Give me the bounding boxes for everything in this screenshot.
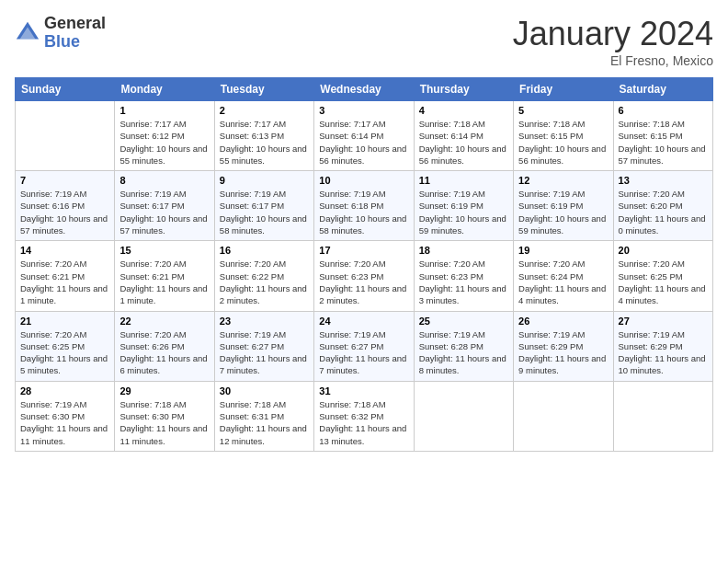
logo-icon bbox=[15, 20, 40, 46]
day-number: 9 bbox=[220, 175, 309, 186]
calendar-cell: 12Sunrise: 7:19 AMSunset: 6:19 PMDayligh… bbox=[514, 171, 613, 241]
day-number: 18 bbox=[419, 245, 508, 256]
day-number: 27 bbox=[619, 316, 708, 327]
day-number: 31 bbox=[319, 385, 408, 396]
day-info: Sunrise: 7:20 AMSunset: 6:23 PMDaylight:… bbox=[319, 258, 408, 306]
logo: General Blue bbox=[15, 15, 106, 52]
day-number: 15 bbox=[119, 245, 209, 256]
day-number: 29 bbox=[119, 385, 209, 396]
day-number: 4 bbox=[419, 105, 508, 116]
day-info: Sunrise: 7:19 AMSunset: 6:29 PMDaylight:… bbox=[619, 328, 708, 377]
day-info: Sunrise: 7:18 AMSunset: 6:15 PMDaylight:… bbox=[619, 118, 708, 167]
calendar-cell: 23Sunrise: 7:19 AMSunset: 6:27 PMDayligh… bbox=[214, 311, 313, 381]
title-block: January 2024 El Fresno, Mexico bbox=[513, 15, 713, 68]
day-info: Sunrise: 7:20 AMSunset: 6:20 PMDaylight:… bbox=[619, 188, 708, 236]
calendar-cell: 11Sunrise: 7:19 AMSunset: 6:19 PMDayligh… bbox=[414, 171, 513, 241]
day-number: 5 bbox=[518, 105, 608, 116]
day-info: Sunrise: 7:19 AMSunset: 6:27 PMDaylight:… bbox=[319, 328, 408, 377]
day-header-sunday: Sunday bbox=[16, 78, 115, 101]
day-info: Sunrise: 7:19 AMSunset: 6:19 PMDaylight:… bbox=[419, 188, 508, 236]
calendar-cell: 27Sunrise: 7:19 AMSunset: 6:29 PMDayligh… bbox=[613, 311, 712, 381]
day-info: Sunrise: 7:19 AMSunset: 6:29 PMDaylight:… bbox=[518, 328, 608, 377]
calendar-cell: 8Sunrise: 7:19 AMSunset: 6:17 PMDaylight… bbox=[115, 171, 214, 241]
calendar-week-row: 1Sunrise: 7:17 AMSunset: 6:12 PMDaylight… bbox=[16, 101, 713, 171]
day-info: Sunrise: 7:20 AMSunset: 6:21 PMDaylight:… bbox=[20, 258, 109, 306]
calendar-cell: 29Sunrise: 7:18 AMSunset: 6:30 PMDayligh… bbox=[115, 381, 214, 451]
logo-general-text: General bbox=[44, 15, 106, 33]
day-info: Sunrise: 7:20 AMSunset: 6:21 PMDaylight:… bbox=[119, 258, 209, 306]
day-number: 6 bbox=[619, 105, 708, 116]
calendar-week-row: 21Sunrise: 7:20 AMSunset: 6:25 PMDayligh… bbox=[16, 311, 713, 381]
calendar-header-row: SundayMondayTuesdayWednesdayThursdayFrid… bbox=[16, 78, 713, 101]
calendar-cell: 18Sunrise: 7:20 AMSunset: 6:23 PMDayligh… bbox=[414, 241, 513, 311]
day-info: Sunrise: 7:20 AMSunset: 6:23 PMDaylight:… bbox=[419, 258, 508, 306]
day-info: Sunrise: 7:18 AMSunset: 6:15 PMDaylight:… bbox=[518, 118, 608, 167]
day-number: 17 bbox=[319, 245, 408, 256]
day-info: Sunrise: 7:19 AMSunset: 6:17 PMDaylight:… bbox=[119, 188, 209, 236]
day-number: 22 bbox=[119, 316, 209, 327]
calendar-cell: 13Sunrise: 7:20 AMSunset: 6:20 PMDayligh… bbox=[613, 171, 712, 241]
day-info: Sunrise: 7:18 AMSunset: 6:30 PMDaylight:… bbox=[119, 398, 209, 447]
calendar-cell: 24Sunrise: 7:19 AMSunset: 6:27 PMDayligh… bbox=[314, 311, 414, 381]
day-number: 8 bbox=[119, 175, 209, 186]
day-number: 3 bbox=[319, 105, 408, 116]
day-info: Sunrise: 7:19 AMSunset: 6:28 PMDaylight:… bbox=[419, 328, 508, 377]
day-info: Sunrise: 7:18 AMSunset: 6:14 PMDaylight:… bbox=[419, 118, 508, 167]
day-number: 26 bbox=[518, 316, 608, 327]
day-info: Sunrise: 7:20 AMSunset: 6:24 PMDaylight:… bbox=[518, 258, 608, 306]
calendar-cell: 20Sunrise: 7:20 AMSunset: 6:25 PMDayligh… bbox=[613, 241, 712, 311]
day-number: 13 bbox=[619, 175, 708, 186]
day-number: 28 bbox=[20, 385, 109, 396]
day-header-saturday: Saturday bbox=[613, 78, 712, 101]
day-number: 25 bbox=[419, 316, 508, 327]
calendar-cell bbox=[613, 381, 712, 451]
day-header-thursday: Thursday bbox=[414, 78, 513, 101]
calendar-cell: 5Sunrise: 7:18 AMSunset: 6:15 PMDaylight… bbox=[514, 101, 613, 171]
calendar-cell: 15Sunrise: 7:20 AMSunset: 6:21 PMDayligh… bbox=[115, 241, 214, 311]
calendar-cell: 26Sunrise: 7:19 AMSunset: 6:29 PMDayligh… bbox=[514, 311, 613, 381]
day-info: Sunrise: 7:20 AMSunset: 6:25 PMDaylight:… bbox=[20, 328, 109, 377]
calendar-cell: 6Sunrise: 7:18 AMSunset: 6:15 PMDaylight… bbox=[613, 101, 712, 171]
logo-blue-text: Blue bbox=[44, 33, 106, 52]
calendar-cell: 25Sunrise: 7:19 AMSunset: 6:28 PMDayligh… bbox=[414, 311, 513, 381]
calendar-cell: 17Sunrise: 7:20 AMSunset: 6:23 PMDayligh… bbox=[314, 241, 414, 311]
calendar-week-row: 28Sunrise: 7:19 AMSunset: 6:30 PMDayligh… bbox=[16, 381, 713, 451]
day-number: 19 bbox=[518, 245, 608, 256]
day-info: Sunrise: 7:20 AMSunset: 6:22 PMDaylight:… bbox=[220, 258, 309, 306]
day-header-tuesday: Tuesday bbox=[214, 78, 313, 101]
calendar-week-row: 7Sunrise: 7:19 AMSunset: 6:16 PMDaylight… bbox=[16, 171, 713, 241]
day-number: 24 bbox=[319, 316, 408, 327]
day-info: Sunrise: 7:19 AMSunset: 6:17 PMDaylight:… bbox=[220, 188, 309, 236]
calendar-cell: 9Sunrise: 7:19 AMSunset: 6:17 PMDaylight… bbox=[214, 171, 313, 241]
location-subtitle: El Fresno, Mexico bbox=[513, 53, 713, 68]
day-info: Sunrise: 7:20 AMSunset: 6:26 PMDaylight:… bbox=[119, 328, 209, 377]
calendar-week-row: 14Sunrise: 7:20 AMSunset: 6:21 PMDayligh… bbox=[16, 241, 713, 311]
calendar-cell: 28Sunrise: 7:19 AMSunset: 6:30 PMDayligh… bbox=[16, 381, 115, 451]
calendar-cell: 4Sunrise: 7:18 AMSunset: 6:14 PMDaylight… bbox=[414, 101, 513, 171]
day-header-monday: Monday bbox=[115, 78, 214, 101]
day-info: Sunrise: 7:19 AMSunset: 6:16 PMDaylight:… bbox=[20, 188, 109, 236]
day-header-wednesday: Wednesday bbox=[314, 78, 414, 101]
calendar-cell bbox=[414, 381, 513, 451]
day-info: Sunrise: 7:17 AMSunset: 6:12 PMDaylight:… bbox=[119, 118, 209, 167]
day-info: Sunrise: 7:17 AMSunset: 6:13 PMDaylight:… bbox=[220, 118, 309, 167]
day-info: Sunrise: 7:19 AMSunset: 6:19 PMDaylight:… bbox=[518, 188, 608, 236]
month-year-title: January 2024 bbox=[513, 15, 713, 53]
day-header-friday: Friday bbox=[514, 78, 613, 101]
day-info: Sunrise: 7:18 AMSunset: 6:32 PMDaylight:… bbox=[319, 398, 408, 447]
calendar-cell: 16Sunrise: 7:20 AMSunset: 6:22 PMDayligh… bbox=[214, 241, 313, 311]
page-header: General Blue January 2024 El Fresno, Mex… bbox=[15, 15, 713, 68]
calendar-cell: 19Sunrise: 7:20 AMSunset: 6:24 PMDayligh… bbox=[514, 241, 613, 311]
day-number: 7 bbox=[20, 175, 109, 186]
day-number: 12 bbox=[518, 175, 608, 186]
day-number: 30 bbox=[220, 385, 309, 396]
calendar-cell bbox=[16, 101, 115, 171]
calendar-cell: 30Sunrise: 7:18 AMSunset: 6:31 PMDayligh… bbox=[214, 381, 313, 451]
day-info: Sunrise: 7:17 AMSunset: 6:14 PMDaylight:… bbox=[319, 118, 408, 167]
day-info: Sunrise: 7:20 AMSunset: 6:25 PMDaylight:… bbox=[619, 258, 708, 306]
calendar-cell: 2Sunrise: 7:17 AMSunset: 6:13 PMDaylight… bbox=[214, 101, 313, 171]
day-number: 11 bbox=[419, 175, 508, 186]
day-info: Sunrise: 7:18 AMSunset: 6:31 PMDaylight:… bbox=[220, 398, 309, 447]
calendar-cell: 1Sunrise: 7:17 AMSunset: 6:12 PMDaylight… bbox=[115, 101, 214, 171]
day-number: 14 bbox=[20, 245, 109, 256]
